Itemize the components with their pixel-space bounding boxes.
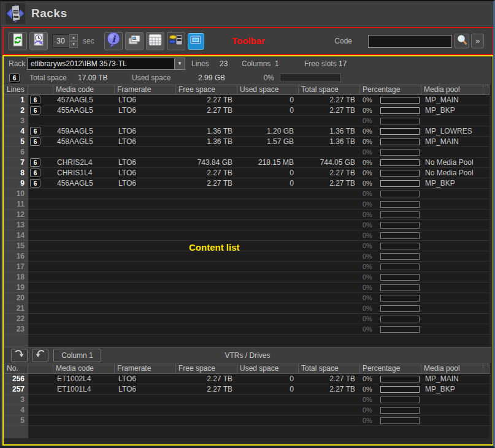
column-header-free-space: Free space xyxy=(176,85,237,95)
total-space-cell: 1.36 TB xyxy=(299,126,360,137)
line-number-cell: 15 xyxy=(4,241,28,251)
framerate-cell xyxy=(115,189,176,199)
spin-up-icon[interactable]: ▲ xyxy=(69,34,78,41)
table-row[interactable]: 220% xyxy=(4,314,489,324)
table-row[interactable]: 96456AAGL5LTO62.27 TB02.27 TB0%MP_BKP xyxy=(4,178,489,189)
table-row[interactable]: 30% xyxy=(4,116,489,126)
table-row[interactable]: 190% xyxy=(4,283,489,293)
media-pool-cell xyxy=(421,314,483,324)
percentage-value: 0% xyxy=(363,262,377,271)
total-space-cell xyxy=(299,189,360,199)
percentage-bar xyxy=(380,284,420,291)
used-space-cell: 1.57 GB xyxy=(237,137,299,147)
move-left-button[interactable] xyxy=(11,349,28,362)
table-row[interactable]: 26455AAGL5LTO62.27 TB02.27 TB0%MP_BKP xyxy=(4,105,489,116)
chevron-down-icon[interactable]: ▼ xyxy=(174,58,185,69)
table-row[interactable]: 86CHRIS1L4LTO62.27 TB02.27 TB0%No Media … xyxy=(4,168,489,178)
media-type-cell xyxy=(28,283,53,293)
table-row[interactable]: 200% xyxy=(4,293,489,303)
line-number-cell: 12 xyxy=(4,210,28,220)
percentage-cell: 0% xyxy=(360,116,421,126)
monitor-button[interactable] xyxy=(188,33,204,50)
media-code-cell xyxy=(53,230,115,241)
column-header-free-space: Free space xyxy=(176,363,237,374)
table-row[interactable]: 60% xyxy=(4,147,489,158)
column-selector-button[interactable]: Column 1 xyxy=(53,349,101,362)
framerate-cell xyxy=(115,416,176,426)
used-space-cell xyxy=(237,314,299,324)
refresh-icon xyxy=(12,33,24,49)
line-number-cell: 13 xyxy=(4,220,28,230)
move-right-button[interactable] xyxy=(32,349,48,362)
row-strip xyxy=(483,251,489,262)
info-button[interactable]: i xyxy=(104,32,123,50)
percentage-cell: 0% xyxy=(360,324,421,335)
used-space-cell xyxy=(237,262,299,272)
used-space-cell: 0 xyxy=(237,105,299,116)
interval-input[interactable] xyxy=(52,34,69,48)
rack-select[interactable]: etlibraryws2012\IBM 3573-TL ▼ xyxy=(27,58,185,70)
line-number-cell: 9 xyxy=(4,178,28,189)
row-strip xyxy=(483,116,489,126)
column-header-framerate: Framerate xyxy=(115,85,176,95)
table-row[interactable]: 76CHRIS2L4LTO6743.84 GB218.15 MB744.05 G… xyxy=(4,158,489,168)
code-input[interactable] xyxy=(368,35,452,48)
info-icon: i xyxy=(106,32,121,50)
percentage-cell: 0% xyxy=(360,220,421,230)
drives-button[interactable] xyxy=(167,32,185,50)
table-row[interactable]: 210% xyxy=(4,303,489,314)
table-row[interactable]: 170% xyxy=(4,262,489,272)
line-number-cell: 2 xyxy=(4,105,28,116)
row-strip xyxy=(483,230,489,241)
total-space-cell xyxy=(299,116,360,126)
free-space-cell xyxy=(176,314,237,324)
code-search-group: Code » xyxy=(334,34,484,48)
total-space-cell: 744.05 GB xyxy=(299,158,360,168)
total-space-cell xyxy=(299,314,360,324)
table-row[interactable]: 256ET1002L4LTO62.27 TB02.27 TB0%MP_MAIN xyxy=(4,374,489,384)
table-row[interactable]: 56458AAGL5LTO61.36 TB1.57 GB1.36 TB0%MP_… xyxy=(4,137,489,147)
auto-refresh-button[interactable] xyxy=(29,32,48,50)
table-row[interactable]: 120% xyxy=(4,210,489,220)
table-row[interactable]: 40% xyxy=(4,405,489,416)
rack-select-value: etlibraryws2012\IBM 3573-TL xyxy=(28,59,174,68)
table-row[interactable]: 150% xyxy=(4,241,489,251)
free-space-cell: 2.27 TB xyxy=(176,95,237,105)
lto6-badge: 6 xyxy=(30,179,40,188)
table-row[interactable]: 110% xyxy=(4,199,489,210)
table-row[interactable]: 46459AAGL5LTO61.36 TB1.20 GB1.36 TB0%MP_… xyxy=(4,126,489,137)
spin-down-icon[interactable]: ▼ xyxy=(69,41,78,48)
percentage-value: 0% xyxy=(363,384,377,394)
media-cards-button[interactable] xyxy=(125,32,144,50)
table-row[interactable]: 130% xyxy=(4,220,489,230)
free-space-cell xyxy=(176,116,237,126)
media-type-cell: 6 xyxy=(28,168,53,178)
table-row[interactable]: 30% xyxy=(4,395,489,405)
line-number-cell: 4 xyxy=(4,126,28,137)
media-code-cell xyxy=(53,303,115,314)
search-button[interactable] xyxy=(455,34,469,48)
line-number-cell: 5 xyxy=(4,416,28,426)
free-slots-value: 17 xyxy=(339,59,347,68)
media-code-cell xyxy=(53,241,115,251)
media-type-cell xyxy=(28,230,53,241)
grid-view-button[interactable] xyxy=(146,32,164,50)
table-row[interactable]: 180% xyxy=(4,272,489,283)
refresh-button[interactable] xyxy=(9,32,27,50)
table-row[interactable]: 160% xyxy=(4,251,489,262)
table-row[interactable]: 50% xyxy=(4,416,489,426)
media-type-cell: 6 xyxy=(28,178,53,189)
row-strip xyxy=(483,137,489,147)
table-row[interactable]: 230% xyxy=(4,324,489,335)
percentage-bar xyxy=(380,232,420,239)
free-slots-label: Free slots xyxy=(304,59,339,68)
rack-app-icon xyxy=(6,3,25,24)
table-row[interactable]: 257ET1001L4LTO62.27 TB02.27 TB0%MP_BKP xyxy=(4,384,489,395)
line-number-cell: 11 xyxy=(4,199,28,210)
table-row[interactable]: 140% xyxy=(4,230,489,241)
table-row[interactable]: 16457AAGL5LTO62.27 TB02.27 TB0%MP_MAIN xyxy=(4,95,489,105)
table-row[interactable]: 100% xyxy=(4,189,489,199)
total-space-cell xyxy=(299,283,360,293)
more-options-button[interactable]: » xyxy=(471,34,484,48)
row-strip xyxy=(483,262,489,272)
